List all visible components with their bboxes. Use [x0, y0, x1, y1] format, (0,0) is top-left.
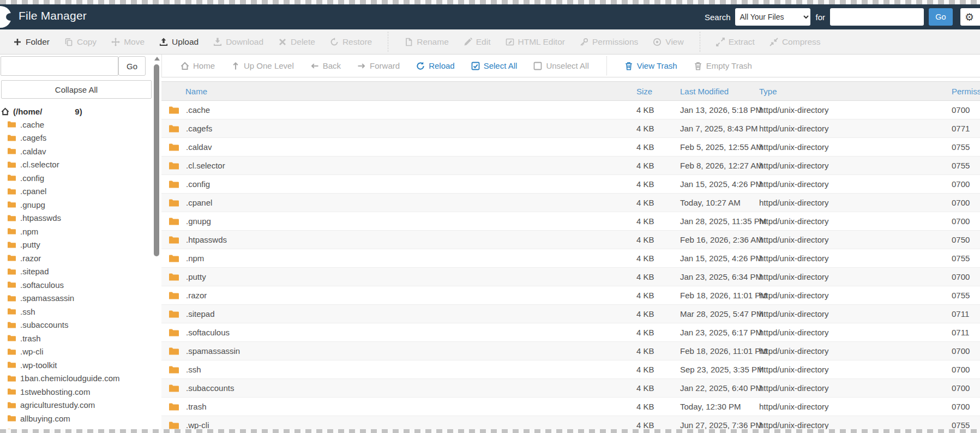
table-row[interactable]: .npm 4 KB Jan 15, 2025, 4:26 PM httpd/un…: [161, 249, 980, 268]
unselect-all-button[interactable]: Unselect All: [533, 61, 588, 70]
table-row[interactable]: .spamassassin 4 KB Feb 18, 2026, 11:01 P…: [161, 342, 980, 360]
select-all-button[interactable]: Select All: [471, 61, 518, 70]
permissions-button[interactable]: Permissions: [580, 37, 638, 47]
extract-button[interactable]: Extract: [716, 37, 755, 47]
collapse-all-button[interactable]: Collapse All: [1, 80, 152, 99]
table-row[interactable]: .trash 4 KB Today, 12:30 PM httpd/unix-d…: [161, 398, 980, 416]
file-name: .caldav: [186, 142, 212, 152]
forward-button[interactable]: Forward: [357, 61, 400, 70]
new-folder-button[interactable]: Folder: [13, 37, 50, 47]
table-row[interactable]: .htpasswds 4 KB Feb 16, 2026, 2:36 AM ht…: [161, 231, 980, 249]
sidebar-folder-item[interactable]: .ssh: [0, 305, 153, 318]
sidebar-folder-item[interactable]: agriculturestudy.com: [0, 399, 153, 412]
sidebar-folder-item[interactable]: .htpasswds: [0, 212, 153, 225]
sidebar-folder-item[interactable]: .softaculous: [0, 278, 153, 292]
folder-icon: [169, 329, 179, 336]
sidebar-folder-item[interactable]: .cl.selector: [0, 158, 153, 172]
table-row[interactable]: .cagefs 4 KB Jan 7, 2025, 8:43 PM httpd/…: [161, 119, 980, 138]
table-row[interactable]: .cpanel 4 KB Today, 10:27 AM httpd/unix-…: [161, 194, 980, 212]
empty-trash-button[interactable]: Empty Trash: [694, 61, 752, 70]
table-row[interactable]: .cache 4 KB Jan 13, 2026, 5:18 PM httpd/…: [161, 101, 980, 119]
compress-button[interactable]: Compress: [769, 37, 821, 47]
rename-button[interactable]: Rename: [404, 37, 449, 47]
file-name: .cache: [186, 105, 210, 115]
top-dashed-border: [0, 0, 980, 4]
edit-button[interactable]: Edit: [464, 37, 491, 47]
search-go-button[interactable]: Go: [929, 8, 953, 26]
checkbox-empty-icon: [533, 62, 542, 70]
file-last-modified: Jan 15, 2025, 4:26 PM: [680, 254, 759, 263]
tree-root-home[interactable]: (/home/9): [0, 105, 153, 118]
file-size: 4 KB: [636, 272, 680, 281]
sidebar-folder-item[interactable]: .wp-toolkit: [0, 358, 153, 372]
column-header-type[interactable]: Type: [759, 87, 952, 96]
move-button[interactable]: Move: [111, 37, 145, 47]
search-input[interactable]: [830, 8, 924, 26]
upload-button[interactable]: Upload: [159, 37, 199, 47]
column-header-name[interactable]: Name: [169, 87, 636, 96]
reload-icon: [416, 62, 425, 70]
sidebar-folder-item[interactable]: .cpanel: [0, 185, 153, 199]
column-header-permissions[interactable]: Permissions: [952, 87, 980, 96]
table-row[interactable]: .subaccounts 4 KB Jan 22, 2025, 6:40 PM …: [161, 379, 980, 398]
folder-icon: [169, 162, 179, 170]
sidebar-folder-item[interactable]: 1stwebhosting.com: [0, 385, 153, 399]
view-trash-button[interactable]: View Trash: [624, 61, 677, 70]
sidebar-folder-item[interactable]: .trash: [0, 332, 153, 345]
checkbox-checked-icon: [471, 62, 480, 70]
table-row[interactable]: .config 4 KB Jan 15, 2025, 4:26 PM httpd…: [161, 175, 980, 194]
table-row[interactable]: .gnupg 4 KB Jan 28, 2025, 11:35 PM httpd…: [161, 212, 980, 231]
copy-button[interactable]: Copy: [64, 37, 97, 47]
delete-button[interactable]: Delete: [278, 37, 315, 47]
sidebar-scrollbar[interactable]: [153, 56, 160, 433]
up-one-level-button[interactable]: Up One Level: [231, 61, 294, 70]
file-size: 4 KB: [636, 383, 680, 393]
sidebar-folder-item[interactable]: .subaccounts: [0, 318, 153, 332]
table-row[interactable]: .ssh 4 KB Sep 23, 2025, 3:35 PM httpd/un…: [161, 360, 980, 379]
sidebar-folder-item[interactable]: .config: [0, 171, 153, 185]
column-header-last-modified[interactable]: Last Modified: [680, 87, 759, 96]
sidebar-folder-item[interactable]: 1ban.chemicloudguide.com: [0, 372, 153, 386]
tree-root-path-prefix: (/home/: [13, 107, 42, 116]
scrollbar-thumb[interactable]: [154, 64, 159, 256]
file-name: .gnupg: [186, 216, 211, 226]
sidebar-folder-item[interactable]: allbuying.com: [0, 412, 153, 425]
copy-icon: [64, 38, 73, 46]
path-input[interactable]: [1, 56, 118, 76]
settings-button[interactable]: ⚙: [960, 8, 980, 26]
reload-button[interactable]: Reload: [416, 61, 455, 70]
sidebar-folder-item[interactable]: .gnupg: [0, 198, 153, 212]
view-button[interactable]: View: [653, 37, 683, 47]
sidebar-folder-item[interactable]: .spamassassin: [0, 292, 153, 305]
sidebar-folder-item[interactable]: .npm: [0, 225, 153, 238]
right-arrow-icon: [357, 62, 366, 70]
file-last-modified: Jan 28, 2025, 11:35 PM: [680, 216, 759, 226]
restore-button[interactable]: Restore: [330, 37, 372, 47]
file-size: 4 KB: [636, 124, 680, 133]
sidebar-folder-item[interactable]: .cagefs: [0, 131, 153, 145]
table-row[interactable]: .softaculous 4 KB Jan 23, 2025, 6:17 PM …: [161, 323, 980, 342]
download-button[interactable]: Download: [213, 37, 263, 47]
file-type: httpd/unix-directory: [759, 328, 952, 337]
html-editor-button[interactable]: HTML Editor: [506, 37, 565, 47]
for-label: for: [815, 13, 825, 22]
back-button[interactable]: Back: [310, 61, 341, 70]
table-row[interactable]: .razor 4 KB Feb 18, 2026, 11:01 PM httpd…: [161, 286, 980, 305]
home-button[interactable]: Home: [181, 61, 215, 70]
sidebar-folder-item[interactable]: .razor: [0, 251, 153, 265]
table-row[interactable]: .caldav 4 KB Feb 5, 2025, 12:55 AM httpd…: [161, 138, 980, 157]
table-row[interactable]: .sitepad 4 KB Mar 28, 2025, 5:47 PM http…: [161, 305, 980, 323]
sidebar-folder-item[interactable]: .sitepad: [0, 265, 153, 279]
sidebar-folder-item[interactable]: .putty: [0, 238, 153, 252]
path-go-button[interactable]: Go: [118, 56, 146, 76]
sidebar-folder-item[interactable]: .wp-cli: [0, 345, 153, 359]
scroll-up-arrow-icon[interactable]: [154, 57, 160, 61]
column-header-size[interactable]: Size: [636, 87, 680, 96]
file-type: httpd/unix-directory: [759, 402, 952, 411]
table-row[interactable]: .putty 4 KB Jan 23, 2025, 6:34 PM httpd/…: [161, 268, 980, 286]
sidebar-folder-item[interactable]: .caldav: [0, 145, 153, 158]
search-scope-select[interactable]: All Your Files: [735, 8, 810, 26]
table-row[interactable]: .cl.selector 4 KB Feb 8, 2026, 12:27 AM …: [161, 157, 980, 175]
delete-x-icon: [278, 38, 287, 46]
sidebar-folder-item[interactable]: .cache: [0, 118, 153, 131]
